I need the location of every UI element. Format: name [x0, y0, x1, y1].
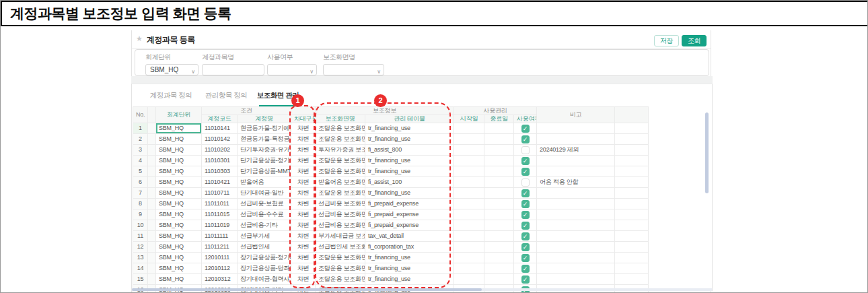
cell-table[interactable]: tr_financing_use — [365, 188, 454, 199]
cell-use[interactable]: ✓ — [514, 209, 537, 220]
table-row[interactable]: 14SBM_HQ12010112장기금융상품-당좌개설보증금차변조달운용 보조화… — [133, 263, 649, 274]
table-row[interactable]: 13SBM_HQ12010111장기금융상품-정기예금차변조달운용 보조화면tr… — [133, 253, 649, 263]
cell-start-date[interactable] — [454, 274, 484, 285]
cell-code[interactable]: 11010301 — [202, 156, 238, 166]
cell-use[interactable]: ✓ — [514, 220, 537, 231]
cell-unit[interactable]: SBM_HQ — [156, 209, 202, 220]
cell-code[interactable]: 11011011 — [202, 199, 238, 209]
cell-unit[interactable]: SBM_HQ — [156, 166, 202, 177]
cell-screen[interactable]: 투자유가증권 보조화면 — [316, 145, 365, 156]
cell-table[interactable]: tr_financing_use — [365, 134, 454, 145]
cell-note[interactable] — [537, 220, 615, 231]
cell-drcr[interactable]: 차변 — [291, 220, 316, 231]
cell-name[interactable]: 현금등가물-특정금전신탁 — [238, 134, 291, 145]
cell-code[interactable]: 11010421 — [202, 177, 238, 188]
use-checkbox[interactable]: ✓ — [521, 243, 530, 251]
use-checkbox[interactable]: ✓ — [521, 232, 530, 240]
cell-unit[interactable]: SBM_HQ — [156, 263, 202, 274]
cell-table[interactable]: tr_financing_use — [365, 123, 454, 134]
cell-end-date[interactable] — [484, 253, 514, 263]
table-row[interactable]: 8SBM_HQ11011011선급비용-보험료차변선급비용 보조화면fi_pre… — [133, 199, 649, 209]
cell-use[interactable]: ✓ — [514, 134, 537, 145]
search-button[interactable]: 조회 — [682, 35, 707, 46]
cell-code[interactable]: 12010112 — [202, 263, 238, 274]
use-checkbox[interactable]: ✓ — [521, 157, 530, 165]
cell-table[interactable]: fi_prepaid_expense — [365, 199, 454, 209]
cell-unit[interactable]: SBM_HQ — [156, 199, 202, 209]
accounting-unit-select[interactable]: SBM_HQ ∨ — [145, 64, 198, 75]
cell-name[interactable]: 선급비용-보험료 — [238, 199, 291, 209]
cell-table[interactable]: fi_prepaid_expense — [365, 209, 454, 220]
cell-table[interactable]: fi_assist_800 — [365, 145, 454, 156]
cell-drcr[interactable]: 차변 — [291, 263, 316, 274]
cell-end-date[interactable] — [484, 177, 514, 188]
use-checkbox[interactable]: ✓ — [521, 265, 530, 273]
cell-drcr[interactable]: 차변 — [291, 188, 316, 199]
cell-screen[interactable]: 조달운용 보조화면 — [316, 274, 365, 285]
table-row[interactable]: 11SBM_HQ11011111선급부가세차변부가세대급금 보조화면tax_va… — [133, 231, 649, 242]
use-checkbox[interactable]: ✓ — [521, 275, 530, 284]
cell-end-date[interactable] — [484, 134, 514, 145]
cell-screen[interactable]: 선급비용 보조화면 — [316, 220, 365, 231]
cell-end-date[interactable] — [484, 166, 514, 177]
cell-start-date[interactable] — [454, 188, 484, 199]
cell-name[interactable]: 현금등가물-정기예금 — [238, 123, 291, 134]
cell-start-date[interactable] — [454, 177, 484, 188]
cell-code[interactable]: 11010142 — [202, 134, 238, 145]
cell-use[interactable] — [514, 145, 537, 156]
cell-screen[interactable]: 선급비용 보조화면 — [316, 199, 365, 209]
cell-name[interactable]: 받을어음 — [238, 177, 291, 188]
cell-drcr[interactable]: 차변 — [291, 145, 316, 156]
cell-note[interactable] — [537, 188, 615, 199]
cell-start-date[interactable] — [454, 242, 484, 253]
cell-table[interactable]: tr_financing_use — [365, 263, 454, 274]
cell-screen[interactable]: 조달운용 보조화면 — [316, 156, 365, 166]
cell-note[interactable] — [537, 263, 615, 274]
cell-end-date[interactable] — [484, 242, 514, 253]
cell-note[interactable] — [537, 242, 615, 253]
cell-code[interactable]: 11010202 — [202, 145, 238, 156]
cell-use[interactable]: ✓ — [514, 242, 537, 253]
cell-name[interactable]: 단기투자증권-유가증권 — [238, 145, 291, 156]
cell-table[interactable]: fi_corporation_tax — [365, 242, 454, 253]
tab-account-definition[interactable]: 계정과목 정의 — [145, 84, 197, 106]
cell-table[interactable]: tr_financing_use — [365, 166, 454, 177]
table-row[interactable]: 10SBM_HQ11011019선급비용-기타차변선급비용 보조화면fi_pre… — [133, 220, 649, 231]
cell-name[interactable]: 장기금융상품-정기예금 — [238, 253, 291, 263]
use-checkbox[interactable] — [521, 178, 530, 187]
favorite-star-icon[interactable]: ★ — [136, 34, 143, 43]
cell-note[interactable] — [537, 253, 615, 263]
cell-screen[interactable]: 조달운용 보조화면 — [316, 253, 365, 263]
horizontal-scrollbar[interactable] — [132, 288, 712, 291]
cell-screen[interactable]: 조달운용 보조화면 — [316, 263, 365, 274]
use-checkbox[interactable]: ✓ — [521, 168, 530, 176]
cell-table[interactable]: fi_assist_100 — [365, 177, 454, 188]
cell-code[interactable]: 12010111 — [202, 253, 238, 263]
cell-name[interactable]: 선급비용-기타 — [238, 220, 291, 231]
cell-end-date[interactable] — [484, 156, 514, 166]
cell-name[interactable]: 선급법인세 — [238, 242, 291, 253]
cell-code[interactable]: 11010303 — [202, 166, 238, 177]
cell-note[interactable] — [537, 274, 615, 285]
cell-unit[interactable]: SBM_HQ — [156, 145, 202, 156]
cell-end-date[interactable] — [484, 145, 514, 156]
cell-screen[interactable]: 받을어음 보조화면 — [316, 177, 365, 188]
cell-drcr[interactable]: 차변 — [291, 199, 316, 209]
cell-note[interactable] — [537, 123, 615, 134]
table-row[interactable]: 3SBM_HQ11010202단기투자증권-유가증권차변투자유가증권 보조화면f… — [133, 145, 649, 156]
cell-unit[interactable]: SBM_HQ — [156, 231, 202, 242]
cell-use[interactable]: ✓ — [514, 274, 537, 285]
cell-drcr[interactable]: 차변 — [291, 177, 316, 188]
cell-use[interactable]: ✓ — [514, 156, 537, 166]
use-checkbox[interactable]: ✓ — [521, 189, 530, 197]
horizontal-scrollbar-thumb[interactable] — [132, 288, 482, 291]
cell-end-date[interactable] — [484, 231, 514, 242]
table-row[interactable]: 4SBM_HQ11010301단기금융상품-정기예금차변조달운용 보조화면tr_… — [133, 156, 649, 166]
cell-name[interactable]: 장기대여금-협력사 — [238, 274, 291, 285]
cell-code[interactable]: 11011019 — [202, 220, 238, 231]
use-checkbox[interactable] — [521, 146, 530, 154]
cell-table[interactable]: fi_prepaid_expense — [365, 220, 454, 231]
cell-end-date[interactable] — [484, 199, 514, 209]
cell-unit[interactable]: SBM_HQ — [156, 123, 202, 134]
cell-note[interactable] — [537, 199, 615, 209]
